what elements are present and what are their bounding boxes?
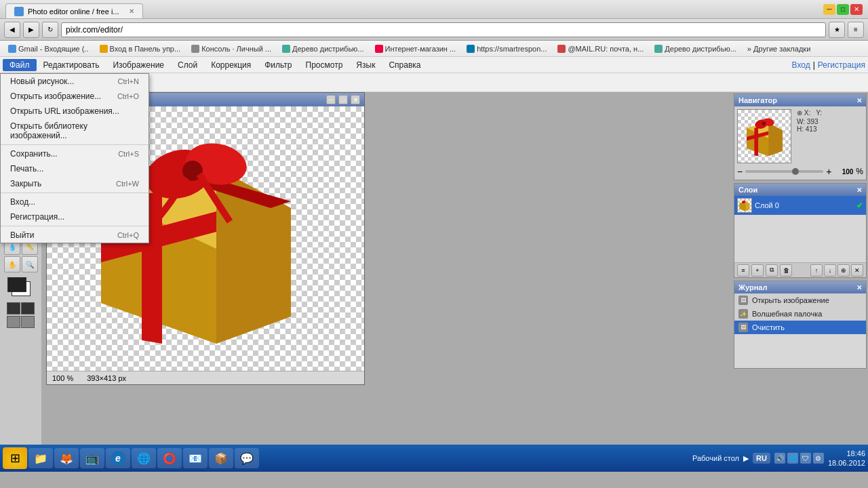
palette-cell-1[interactable] <box>7 302 20 314</box>
taskbar-app-files[interactable]: 📁 <box>28 448 53 468</box>
address-bar[interactable]: pixlr.com/editor/ <box>61 22 826 37</box>
layer-trash-btn[interactable]: ✕ <box>851 264 863 277</box>
zoom-thumb <box>792 168 799 175</box>
zoom-slider[interactable] <box>745 170 823 173</box>
messenger-icon: 💬 <box>239 451 254 466</box>
maximize-btn[interactable]: □ <box>837 4 849 15</box>
journal-title: Журнал <box>738 283 767 291</box>
close-btn[interactable]: ✕ <box>850 4 863 15</box>
menu-register[interactable]: Регистрация... <box>1 209 149 224</box>
media-icon: 📺 <box>85 451 100 466</box>
foreground-color[interactable] <box>7 277 26 292</box>
forward-btn[interactable]: ▶ <box>23 22 39 38</box>
menu-correction[interactable]: Коррекция <box>204 59 258 71</box>
menu-new[interactable]: Новый рисунок... Ctrl+N <box>1 74 149 89</box>
tool-hand[interactable]: ✋ <box>4 256 20 272</box>
zoom-plus[interactable]: + <box>826 166 831 177</box>
menu-help[interactable]: Справка <box>382 59 427 71</box>
bookmark-more[interactable]: » Другие закладки <box>743 43 814 54</box>
layers-close-btn[interactable]: ✕ <box>856 186 862 194</box>
palette-cell-2[interactable] <box>21 302 35 314</box>
taskbar-app-media[interactable]: 📺 <box>80 448 104 468</box>
tab-close-btn[interactable]: ✕ <box>129 7 134 15</box>
palette-cell-3[interactable] <box>7 316 20 328</box>
tool-zoom[interactable]: 🔍 <box>22 256 38 272</box>
image-window-close[interactable]: ✕ <box>351 95 360 104</box>
menu-open-library[interactable]: Открыть библиотеку изображений... <box>1 119 149 143</box>
file-dropdown-menu: Новый рисунок... Ctrl+N Открыть изображе… <box>0 73 149 243</box>
login-link[interactable]: Вход <box>792 60 810 70</box>
layer-row-0[interactable]: Слой 0 ✔ <box>734 196 866 215</box>
bookmark-gmail[interactable]: Gmail - Входящие (.. <box>4 43 93 54</box>
image-window-minimize[interactable]: ─ <box>326 95 336 104</box>
image-window-maximize[interactable]: □ <box>338 95 348 104</box>
journal-item-2[interactable]: 🖼 Очистить <box>734 321 866 334</box>
menu-login[interactable]: Вход... <box>1 195 149 209</box>
taskbar-app-chrome[interactable]: 🌐 <box>132 448 156 468</box>
register-link[interactable]: Регистрация <box>818 60 865 70</box>
start-button[interactable]: ⊞ <box>3 447 27 469</box>
separator: | <box>813 60 815 70</box>
layer-add-btn[interactable]: + <box>751 264 764 277</box>
layer-visible-check[interactable]: ✔ <box>856 201 863 210</box>
taskbar-app-opera[interactable]: ⭕ <box>157 448 182 468</box>
layer-merge-btn[interactable]: ⊕ <box>837 264 850 277</box>
desktop-label: Рабочий стол <box>692 454 739 462</box>
layer-duplicate-btn[interactable]: ⧉ <box>766 264 778 277</box>
menu-lang[interactable]: Язык <box>349 59 382 71</box>
layer-move-up-btn[interactable]: ↑ <box>810 264 823 277</box>
menu-image[interactable]: Изображение <box>106 59 171 71</box>
navigator-close-btn[interactable]: ✕ <box>856 97 862 104</box>
menu-open-image[interactable]: Открыть изображение... Ctrl+O <box>1 89 149 104</box>
lang-btn[interactable]: RU <box>753 453 770 464</box>
layer-delete-btn[interactable]: 🗑 <box>780 264 792 277</box>
browser-controls: ◀ ▶ ↻ pixlr.com/editor/ ★ ≡ <box>0 19 868 41</box>
bookmark-tree[interactable]: Дерево дистрибью... <box>278 43 368 54</box>
menu-print[interactable]: Печать... <box>1 161 149 176</box>
bookmark-tree2[interactable]: Дерево дистрибью... <box>650 43 741 54</box>
palette-cell-4[interactable] <box>21 316 35 328</box>
menu-layer[interactable]: Слой <box>171 59 204 71</box>
taskbar-app-package[interactable]: 📦 <box>209 448 233 468</box>
tab-favicon <box>14 7 24 16</box>
taskbar-app-firefox[interactable]: 🦊 <box>54 448 79 468</box>
star-btn[interactable]: ★ <box>829 22 845 38</box>
menu-quit[interactable]: Выйти Ctrl+Q <box>1 228 149 243</box>
bookmark-label-2: Вход в Панель упр... <box>110 45 181 53</box>
menu-view[interactable]: Просмотр <box>299 59 350 71</box>
journal-close-btn[interactable]: ✕ <box>856 284 862 291</box>
refresh-btn[interactable]: ↻ <box>42 22 58 38</box>
menu-save[interactable]: Сохранить... Ctrl+S <box>1 146 149 161</box>
minimize-btn[interactable]: ─ <box>823 4 835 15</box>
bookmark-console[interactable]: Консоль · Личный ... <box>187 43 275 54</box>
active-tab[interactable]: Photo editor online / free i... ✕ <box>5 3 143 18</box>
menu-file[interactable]: Файл <box>3 59 37 71</box>
layer-move-down-btn[interactable]: ↓ <box>824 264 836 277</box>
taskbar-app-messenger[interactable]: 💬 <box>235 448 259 468</box>
taskbar-app-ie[interactable]: e <box>106 448 130 468</box>
menu-filter[interactable]: Фильтр <box>258 59 298 71</box>
taskbar-app-mail[interactable]: 📧 <box>183 448 208 468</box>
back-btn[interactable]: ◀ <box>4 22 20 38</box>
journal-item-1[interactable]: ✨ Волшебная палочка <box>734 307 866 321</box>
menu-open-url[interactable]: Открыть URL изображения... <box>1 104 149 119</box>
journal-item-0[interactable]: 🖼 Открыть изображение <box>734 293 866 307</box>
color-swatches[interactable] <box>7 277 35 299</box>
layer-options-btn[interactable]: ≡ <box>737 264 749 277</box>
bookmark-shop[interactable]: Интернет-магазин ... <box>371 43 460 54</box>
menu-edit[interactable]: Редактировать <box>37 59 106 71</box>
bookmark-mail[interactable]: @MAIL.RU: почта, н... <box>553 43 648 54</box>
tools-btn[interactable]: ≡ <box>848 22 864 38</box>
bookmark-smart[interactable]: https://smartrespon... <box>462 43 551 54</box>
clock-time: 18:46 <box>828 449 865 458</box>
tool-group-view: 💧 📏 ✋ 🔍 <box>4 239 38 272</box>
nav-info: ⊕ X: Y: W: 393 H: 413 <box>797 109 863 136</box>
bookmark-panel[interactable]: Вход в Панель упр... <box>96 43 185 54</box>
zoom-display: 100 % <box>52 374 73 382</box>
expand-icon[interactable]: ▶ <box>743 454 749 463</box>
svg-marker-15 <box>754 127 758 157</box>
menu-close[interactable]: Закрыть Ctrl+W <box>1 176 149 191</box>
bookmark-label-4: Дерево дистрибью... <box>292 45 364 53</box>
bookmark-label: Gmail - Входящие (.. <box>18 45 89 53</box>
zoom-minus[interactable]: − <box>737 166 743 177</box>
